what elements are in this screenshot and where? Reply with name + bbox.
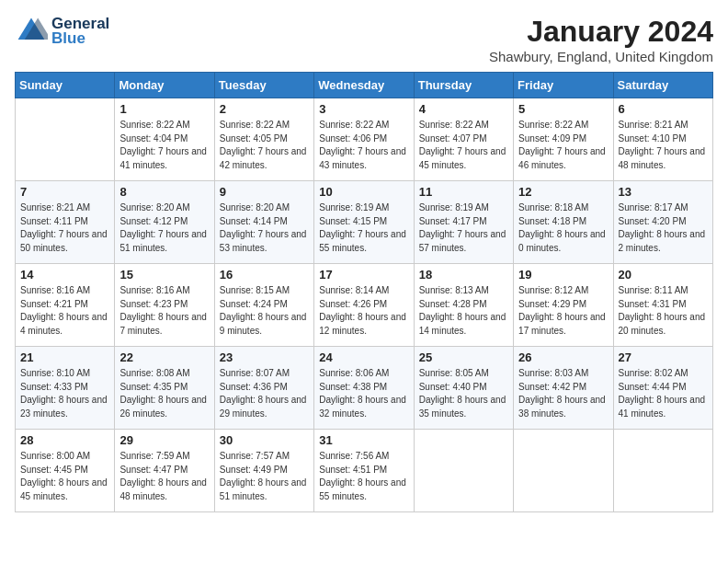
calendar-cell: 22Sunrise: 8:08 AMSunset: 4:35 PMDayligh… xyxy=(115,347,214,430)
calendar-cell: 18Sunrise: 8:13 AMSunset: 4:28 PMDayligh… xyxy=(414,264,513,347)
day-number: 29 xyxy=(119,433,209,447)
header-wednesday: Wednesday xyxy=(314,73,414,98)
day-info: Sunrise: 8:06 AMSunset: 4:38 PMDaylight:… xyxy=(319,367,408,420)
day-number: 23 xyxy=(220,350,309,364)
day-number: 30 xyxy=(220,433,309,447)
calendar-cell: 16Sunrise: 8:15 AMSunset: 4:24 PMDayligh… xyxy=(214,264,313,347)
header-monday: Monday xyxy=(115,73,214,98)
calendar-cell: 4Sunrise: 8:22 AMSunset: 4:07 PMDaylight… xyxy=(414,98,513,181)
calendar-cell: 9Sunrise: 8:20 AMSunset: 4:14 PMDaylight… xyxy=(214,181,313,264)
calendar-cell: 5Sunrise: 8:22 AMSunset: 4:09 PMDaylight… xyxy=(514,98,613,181)
day-number: 7 xyxy=(20,185,109,199)
day-info: Sunrise: 8:21 AMSunset: 4:10 PMDaylight:… xyxy=(619,119,708,172)
header-saturday: Saturday xyxy=(613,73,712,98)
day-number: 26 xyxy=(518,350,608,364)
day-number: 12 xyxy=(518,185,608,199)
day-info: Sunrise: 7:57 AMSunset: 4:49 PMDaylight:… xyxy=(220,450,309,503)
calendar-cell: 29Sunrise: 7:59 AMSunset: 4:47 PMDayligh… xyxy=(115,430,214,512)
week-row-3: 21Sunrise: 8:10 AMSunset: 4:33 PMDayligh… xyxy=(16,347,713,430)
calendar-cell: 14Sunrise: 8:16 AMSunset: 4:21 PMDayligh… xyxy=(16,264,115,347)
day-number: 2 xyxy=(220,102,309,116)
calendar-cell: 28Sunrise: 8:00 AMSunset: 4:45 PMDayligh… xyxy=(16,430,115,512)
header-tuesday: Tuesday xyxy=(214,73,313,98)
day-number: 13 xyxy=(619,185,708,199)
calendar-header-row: SundayMondayTuesdayWednesdayThursdayFrid… xyxy=(16,73,713,98)
day-number: 18 xyxy=(419,268,508,282)
day-number: 11 xyxy=(419,185,508,199)
day-number: 31 xyxy=(319,433,408,447)
calendar-cell xyxy=(613,430,712,512)
day-info: Sunrise: 8:15 AMSunset: 4:24 PMDaylight:… xyxy=(220,284,309,338)
logo-icon xyxy=(15,15,48,48)
day-number: 14 xyxy=(20,268,109,282)
calendar-cell: 10Sunrise: 8:19 AMSunset: 4:15 PMDayligh… xyxy=(314,181,414,264)
day-info: Sunrise: 8:03 AMSunset: 4:42 PMDaylight:… xyxy=(518,367,608,420)
calendar-cell: 20Sunrise: 8:11 AMSunset: 4:31 PMDayligh… xyxy=(613,264,712,347)
calendar-cell: 27Sunrise: 8:02 AMSunset: 4:44 PMDayligh… xyxy=(613,347,712,430)
week-row-4: 28Sunrise: 8:00 AMSunset: 4:45 PMDayligh… xyxy=(16,430,713,512)
day-info: Sunrise: 8:19 AMSunset: 4:15 PMDaylight:… xyxy=(319,201,408,255)
calendar-cell: 26Sunrise: 8:03 AMSunset: 4:42 PMDayligh… xyxy=(514,347,613,430)
calendar-cell: 3Sunrise: 8:22 AMSunset: 4:06 PMDaylight… xyxy=(314,98,414,181)
day-number: 3 xyxy=(319,102,408,116)
calendar-title: January 2024 xyxy=(489,15,713,49)
day-info: Sunrise: 8:05 AMSunset: 4:40 PMDaylight:… xyxy=(419,367,508,420)
header-friday: Friday xyxy=(514,73,613,98)
day-number: 28 xyxy=(20,433,109,447)
day-info: Sunrise: 8:21 AMSunset: 4:11 PMDaylight:… xyxy=(20,201,109,255)
calendar-cell: 23Sunrise: 8:07 AMSunset: 4:36 PMDayligh… xyxy=(214,347,313,430)
calendar-cell: 17Sunrise: 8:14 AMSunset: 4:26 PMDayligh… xyxy=(314,264,414,347)
day-number: 1 xyxy=(119,102,209,116)
calendar-cell: 21Sunrise: 8:10 AMSunset: 4:33 PMDayligh… xyxy=(16,347,115,430)
day-info: Sunrise: 8:16 AMSunset: 4:21 PMDaylight:… xyxy=(20,284,109,338)
day-number: 19 xyxy=(518,268,608,282)
calendar-cell xyxy=(514,430,613,512)
calendar-cell: 8Sunrise: 8:20 AMSunset: 4:12 PMDaylight… xyxy=(115,181,214,264)
week-row-2: 14Sunrise: 8:16 AMSunset: 4:21 PMDayligh… xyxy=(16,264,713,347)
day-info: Sunrise: 8:22 AMSunset: 4:05 PMDaylight:… xyxy=(220,119,309,172)
day-number: 20 xyxy=(619,268,708,282)
day-info: Sunrise: 8:14 AMSunset: 4:26 PMDaylight:… xyxy=(319,284,408,338)
day-info: Sunrise: 7:56 AMSunset: 4:51 PMDaylight:… xyxy=(319,450,408,503)
day-info: Sunrise: 8:22 AMSunset: 4:04 PMDaylight:… xyxy=(119,119,209,172)
day-info: Sunrise: 8:02 AMSunset: 4:44 PMDaylight:… xyxy=(619,367,708,420)
calendar-cell: 2Sunrise: 8:22 AMSunset: 4:05 PMDaylight… xyxy=(214,98,313,181)
day-info: Sunrise: 8:22 AMSunset: 4:06 PMDaylight:… xyxy=(319,119,408,172)
day-info: Sunrise: 8:00 AMSunset: 4:45 PMDaylight:… xyxy=(20,450,109,503)
day-info: Sunrise: 8:07 AMSunset: 4:36 PMDaylight:… xyxy=(220,367,309,420)
day-info: Sunrise: 8:17 AMSunset: 4:20 PMDaylight:… xyxy=(619,201,708,255)
day-number: 24 xyxy=(319,350,408,364)
day-info: Sunrise: 8:20 AMSunset: 4:12 PMDaylight:… xyxy=(119,201,209,255)
calendar-cell: 30Sunrise: 7:57 AMSunset: 4:49 PMDayligh… xyxy=(214,430,313,512)
day-info: Sunrise: 8:08 AMSunset: 4:35 PMDaylight:… xyxy=(119,367,209,420)
page-header: General Blue January 2024 Shawbury, Engl… xyxy=(15,15,713,64)
calendar-cell: 1Sunrise: 8:22 AMSunset: 4:04 PMDaylight… xyxy=(115,98,214,181)
day-number: 16 xyxy=(220,268,309,282)
header-thursday: Thursday xyxy=(414,73,513,98)
day-info: Sunrise: 8:22 AMSunset: 4:07 PMDaylight:… xyxy=(419,119,508,172)
day-info: Sunrise: 8:19 AMSunset: 4:17 PMDaylight:… xyxy=(419,201,508,255)
calendar-cell: 24Sunrise: 8:06 AMSunset: 4:38 PMDayligh… xyxy=(314,347,414,430)
calendar-table: SundayMondayTuesdayWednesdayThursdayFrid… xyxy=(15,72,713,512)
calendar-cell: 6Sunrise: 8:21 AMSunset: 4:10 PMDaylight… xyxy=(613,98,712,181)
day-number: 22 xyxy=(119,350,209,364)
day-number: 4 xyxy=(419,102,508,116)
day-info: Sunrise: 8:13 AMSunset: 4:28 PMDaylight:… xyxy=(419,284,508,338)
day-number: 27 xyxy=(619,350,708,364)
day-number: 8 xyxy=(119,185,209,199)
calendar-cell: 7Sunrise: 8:21 AMSunset: 4:11 PMDaylight… xyxy=(16,181,115,264)
calendar-cell: 12Sunrise: 8:18 AMSunset: 4:18 PMDayligh… xyxy=(514,181,613,264)
day-info: Sunrise: 8:18 AMSunset: 4:18 PMDaylight:… xyxy=(518,201,608,255)
title-block: January 2024 Shawbury, England, United K… xyxy=(489,15,713,64)
header-sunday: Sunday xyxy=(16,73,115,98)
week-row-1: 7Sunrise: 8:21 AMSunset: 4:11 PMDaylight… xyxy=(16,181,713,264)
day-info: Sunrise: 8:11 AMSunset: 4:31 PMDaylight:… xyxy=(619,284,708,338)
day-info: Sunrise: 8:20 AMSunset: 4:14 PMDaylight:… xyxy=(220,201,309,255)
week-row-0: 1Sunrise: 8:22 AMSunset: 4:04 PMDaylight… xyxy=(16,98,713,181)
day-info: Sunrise: 8:22 AMSunset: 4:09 PMDaylight:… xyxy=(518,119,608,172)
calendar-cell: 31Sunrise: 7:56 AMSunset: 4:51 PMDayligh… xyxy=(314,430,414,512)
day-number: 25 xyxy=(419,350,508,364)
day-info: Sunrise: 8:12 AMSunset: 4:29 PMDaylight:… xyxy=(518,284,608,338)
day-number: 5 xyxy=(518,102,608,116)
day-number: 9 xyxy=(220,185,309,199)
